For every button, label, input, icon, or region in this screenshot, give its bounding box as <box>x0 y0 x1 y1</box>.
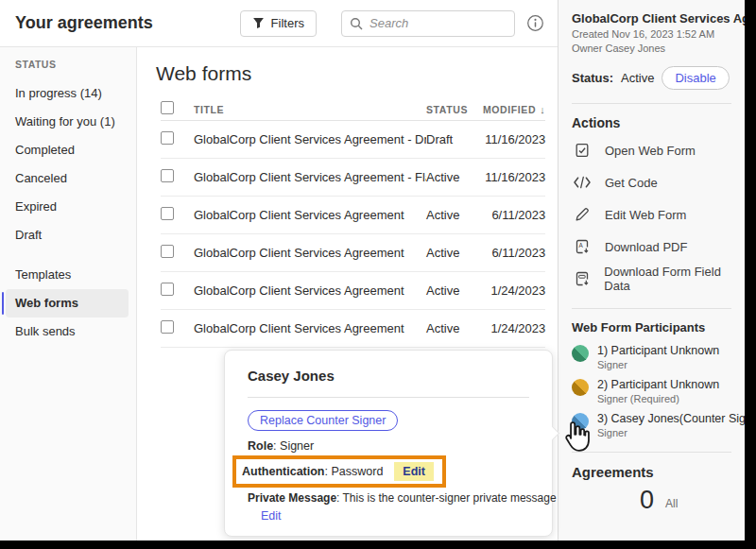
action-download-form-field-data[interactable]: Download Form Field Data <box>572 263 745 295</box>
private-message-edit-link[interactable]: Edit <box>261 509 282 523</box>
row-checkbox[interactable] <box>161 245 174 258</box>
action-label: Download Form Field Data <box>604 265 745 293</box>
column-header-status[interactable]: STATUS <box>426 104 483 115</box>
sidebar-divider-gap <box>0 249 136 261</box>
filters-button-label: Filters <box>271 16 304 30</box>
participant-row[interactable]: 1) Participant Unknown Signer <box>572 344 745 370</box>
panel-divider <box>572 308 731 309</box>
table-header-row: TITLE STATUS MODIFIED↓ <box>161 98 545 121</box>
sidebar-item-canceled[interactable]: Canceled <box>6 164 129 193</box>
filter-funnel-icon <box>252 17 265 29</box>
screenshot-shadow-right <box>745 0 756 549</box>
sidebar-item-draft[interactable]: Draft <box>6 221 129 249</box>
agreement-modified: 11/16/2023 <box>483 132 545 146</box>
sidebar-item-in-progress[interactable]: In progress (14) <box>6 79 129 108</box>
authentication-edit-link[interactable]: Edit <box>394 462 434 481</box>
sidebar-item-completed[interactable]: Completed <box>6 136 129 164</box>
search-input[interactable] <box>369 16 507 30</box>
disable-button[interactable]: Disable <box>662 66 729 90</box>
agreement-title[interactable]: GlobalCorp Client Services Agreement <box>194 283 426 298</box>
agreement-status: Active <box>426 246 483 260</box>
svg-text:A: A <box>579 242 584 249</box>
role-line: Role: Signer <box>248 439 529 453</box>
popup-title: Casey Jones <box>248 368 529 384</box>
participant-name: 3) Casey Jones(Counter Signer) <box>597 412 745 425</box>
agreements-summary[interactable]: 0 All <box>640 488 745 513</box>
agreement-details-panel: GlobalCorp Client Services Agreement Cre… <box>558 0 745 540</box>
select-all-checkbox[interactable] <box>161 101 174 114</box>
table-row[interactable]: GlobalCorp Client Services Agreement Act… <box>161 272 545 310</box>
action-edit-web-form[interactable]: Edit Web Form <box>572 198 745 231</box>
info-icon[interactable] <box>526 14 544 32</box>
participant-row[interactable]: 2) Participant Unknown Signer (Required) <box>572 378 745 404</box>
agreements-all-label: All <box>665 497 678 513</box>
agreement-title[interactable]: GlobalCorp Client Services Agreement <box>194 321 426 335</box>
participants-title: Web Form Participants <box>572 320 745 335</box>
table-row[interactable]: GlobalCorp Client Services Agreement - F… <box>161 159 545 197</box>
agreement-status: Active <box>426 321 483 335</box>
action-label: Edit Web Form <box>605 208 686 222</box>
action-open-web-form[interactable]: Open Web Form <box>572 134 745 166</box>
agreement-modified: 6/11/2023 <box>483 246 545 260</box>
web-forms-table: TITLE STATUS MODIFIED↓ GlobalCorp Client… <box>137 98 569 348</box>
status-value: Active <box>621 71 654 85</box>
screenshot-shadow-bottom <box>0 540 756 549</box>
sidebar-item-bulk-sends[interactable]: Bulk sends <box>6 317 129 346</box>
table-row[interactable]: GlobalCorp Client Services Agreement Act… <box>161 310 545 348</box>
agreement-modified: 6/11/2023 <box>483 208 545 222</box>
get-code-icon <box>574 176 591 189</box>
status-label: Status: <box>572 71 613 85</box>
action-download-pdf[interactable]: A Download PDF <box>572 231 745 263</box>
authentication-line: Authentication: Password <box>242 465 383 478</box>
column-header-title[interactable]: TITLE <box>194 104 426 115</box>
sidebar-item-expired[interactable]: Expired <box>6 193 129 221</box>
agreement-title[interactable]: GlobalCorp Client Services Agreement - F… <box>194 170 426 184</box>
action-label: Download PDF <box>605 240 687 254</box>
filters-button[interactable]: Filters <box>240 10 317 37</box>
action-label: Open Web Form <box>605 144 696 158</box>
table-row[interactable]: GlobalCorp Client Services Agreement Act… <box>161 234 545 272</box>
sidebar-item-waiting-for-you[interactable]: Waiting for you (1) <box>6 108 129 136</box>
action-get-code[interactable]: Get Code <box>572 166 745 198</box>
agreement-status: Active <box>426 208 483 222</box>
replace-counter-signer-button[interactable]: Replace Counter Signer <box>248 410 398 431</box>
agreement-modified: 11/16/2023 <box>483 170 545 184</box>
table-row[interactable]: GlobalCorp Client Services Agreement - D… <box>161 121 545 159</box>
table-row[interactable]: GlobalCorp Client Services Agreement Act… <box>161 197 545 234</box>
row-checkbox[interactable] <box>161 169 174 182</box>
search-box[interactable] <box>341 10 515 37</box>
participant-name: 2) Participant Unknown <box>597 378 719 391</box>
agreement-title[interactable]: GlobalCorp Client Services Agreement <box>194 246 426 260</box>
participants-list: 1) Participant Unknown Signer 2) Partici… <box>572 344 745 438</box>
row-checkbox[interactable] <box>161 207 174 220</box>
agreement-title[interactable]: GlobalCorp Client Services Agreement <box>194 208 426 222</box>
participant-role: Signer (Required) <box>597 393 719 404</box>
search-icon <box>350 17 363 30</box>
row-checkbox[interactable] <box>161 283 174 296</box>
agreement-modified: 1/24/2023 <box>483 321 545 335</box>
actions-list: Open Web Form Get Code Edit Web Form <box>572 134 745 295</box>
row-checkbox[interactable] <box>161 320 174 334</box>
private-message-line: Private Message: This is the counter-sig… <box>248 491 529 505</box>
action-label: Get Code <box>605 176 658 190</box>
sidebar-item-templates[interactable]: Templates <box>6 261 129 289</box>
sort-descending-icon: ↓ <box>540 104 545 115</box>
participant-role: Signer <box>597 427 745 438</box>
details-title: GlobalCorp Client Services Agreement <box>572 11 745 26</box>
agreement-title[interactable]: GlobalCorp Client Services Agreement - D… <box>194 132 426 146</box>
agreement-status: Active <box>426 170 483 184</box>
open-web-form-icon <box>574 143 591 158</box>
participant-name: 1) Participant Unknown <box>597 344 719 357</box>
web-forms-title: Web forms <box>156 62 569 85</box>
column-header-modified[interactable]: MODIFIED↓ <box>483 104 545 115</box>
row-checkbox[interactable] <box>161 131 174 145</box>
page-title: Your agreements <box>15 13 153 33</box>
sidebar-item-web-forms[interactable]: Web forms <box>6 289 129 317</box>
participant-avatar <box>572 413 589 430</box>
participant-role: Signer <box>597 359 719 370</box>
details-created: Created Nov 16, 2023 1:52 AM <box>572 28 745 40</box>
participant-row-counter-signer[interactable]: 3) Casey Jones(Counter Signer) Signer <box>572 412 745 438</box>
agreements-count: 0 <box>640 488 654 513</box>
participant-avatar <box>572 345 589 362</box>
popup-divider <box>248 397 529 398</box>
